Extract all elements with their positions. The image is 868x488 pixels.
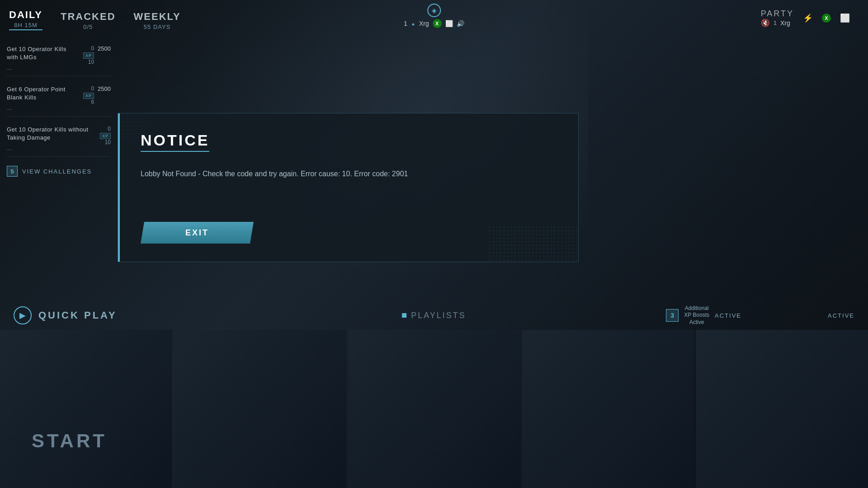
challenge-row-1: Get 10 Operator Kills with LMGs 0 XP 10 …	[7, 45, 111, 65]
player-name: Xrg	[419, 20, 429, 27]
party-member-count: 1	[774, 19, 777, 26]
notice-modal: NOTICE Lobby Not Found - Check the code …	[118, 113, 579, 262]
xp-boosts-section: 3 AdditionalXP BoostsActive ACTIVE	[666, 305, 741, 326]
bottom-controls-bar: ▶ QUICK PLAY PLAYLISTS 3 AdditionalXP Bo…	[0, 301, 868, 330]
tab-tracked[interactable]: TRACKED 0/5	[61, 11, 116, 30]
quick-play-arrow-icon: ▶	[14, 306, 32, 324]
top-right-player-row: 🔇 1 Xrg	[761, 19, 794, 27]
modal-dots-bottom-right	[488, 225, 578, 262]
player-signal: 1	[404, 20, 407, 27]
nav-tabs: DAILY 8H 15M TRACKED 0/5 WEEKLY 55 DAYS	[9, 9, 181, 32]
controller-icon: ⬜	[445, 20, 453, 27]
challenge-item-3: Get 10 Operator Kills without Taking Dam…	[7, 126, 111, 157]
party-member-name: Xrg	[780, 19, 790, 27]
thumbnail-3[interactable]	[348, 330, 520, 488]
tab-daily[interactable]: DAILY 8H 15M	[9, 9, 42, 30]
top-right-controller-icon: ⬜	[840, 13, 850, 23]
view-challenges-button[interactable]: 5 VIEW CHALLENGES	[7, 166, 111, 177]
start-label: START	[32, 430, 107, 452]
challenge-progress-3: 0 XP 10	[97, 126, 111, 145]
exit-button[interactable]: EXIT	[141, 222, 254, 244]
modal-title: NOTICE	[141, 131, 209, 152]
thumbnail-1[interactable]	[0, 330, 172, 488]
thumbnail-2[interactable]	[174, 330, 346, 488]
volume-icon: 🔊	[457, 20, 464, 27]
top-right-area: PARTY 🔇 1 Xrg ⚡ X ⬜	[761, 9, 850, 27]
thumbnail-5[interactable]	[696, 330, 868, 488]
challenge-row-3: Get 10 Operator Kills without Taking Dam…	[7, 126, 111, 145]
player-avatar-icon: ◈	[427, 4, 441, 17]
challenge-row-2: Get 6 Operator Point Blank Kills 0 XP 6 …	[7, 85, 111, 105]
challenge-progress-1: 0 XP 10	[80, 45, 94, 65]
challenge-progress-2: 0 XP 6	[80, 85, 94, 105]
quick-play-button[interactable]: ▶ QUICK PLAY	[14, 306, 117, 324]
top-right-boost-icon: ⚡	[803, 13, 813, 23]
mute-icon: 🔇	[761, 19, 770, 27]
top-center-player-info: ◈ 1 ▲ Xrg X ⬜ 🔊	[404, 0, 464, 28]
playlists-label: PLAYLISTS	[402, 311, 466, 320]
top-right-xbox-icon: X	[822, 14, 831, 23]
challenges-sidebar: Get 10 Operator Kills with LMGs 0 XP 10 …	[0, 41, 118, 181]
playlist-thumbnails	[0, 330, 868, 488]
party-section: PARTY 🔇 1 Xrg	[761, 9, 794, 27]
modal-message: Lobby Not Found - Check the code and try…	[141, 168, 556, 180]
modal-content-area: NOTICE Lobby Not Found - Check the code …	[118, 113, 578, 222]
tab-weekly[interactable]: WEEKLY 55 DAYS	[134, 11, 181, 30]
challenge-item-2: Get 6 Operator Point Blank Kills 0 XP 6 …	[7, 85, 111, 117]
challenge-item-1: Get 10 Operator Kills with LMGs 0 XP 10 …	[7, 45, 111, 76]
playlists-dot-icon	[402, 313, 406, 318]
xbox-icon: X	[433, 19, 442, 28]
top-center-player-row: 1 ▲ Xrg X ⬜ 🔊	[404, 19, 464, 28]
modal-dots-top-left	[118, 113, 145, 141]
up-arrow-icon: ▲	[411, 21, 415, 26]
thumbnail-4[interactable]	[522, 330, 694, 488]
